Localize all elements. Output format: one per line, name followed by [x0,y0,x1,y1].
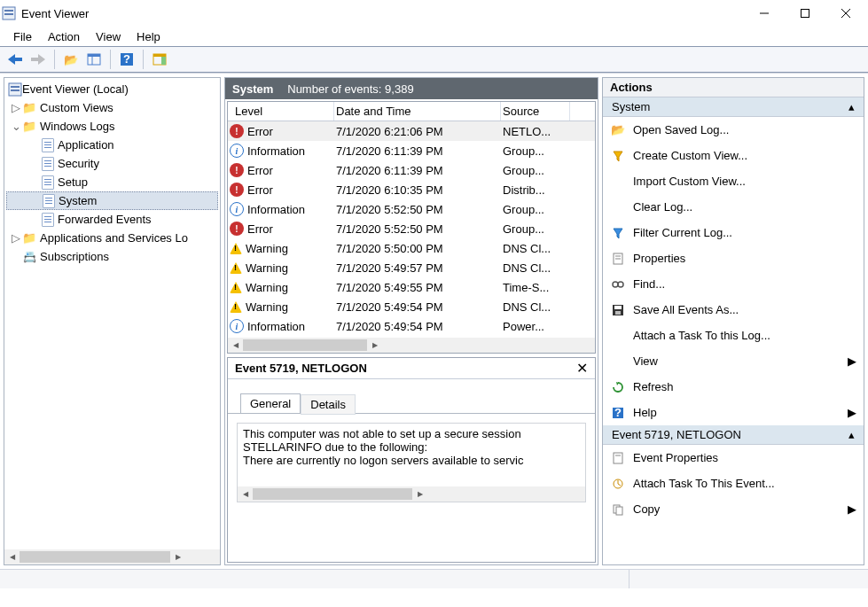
help-icon[interactable]: ? [116,49,137,70]
save-icon [610,304,626,316]
action-create-custom-view[interactable]: Create Custom View... [603,143,864,168]
tree-apps-services-label: Applications and Services Lo [40,231,188,245]
find-icon [610,278,626,291]
tab-general[interactable]: General [240,393,301,414]
event-viewer-icon [8,82,22,97]
close-button[interactable] [825,0,866,27]
event-datetime: 7/1/2020 5:49:54 PM [334,320,501,333]
expand-icon[interactable]: ▷ [10,102,22,114]
tree-application[interactable]: Application [6,136,218,154]
properties-icon [610,253,626,265]
error-icon: ! [230,163,244,177]
event-row[interactable]: !Error7/1/2020 6:10:35 PMDistrib... [228,180,595,199]
collapse-icon[interactable]: ▴ [848,100,855,113]
event-row[interactable]: !Error7/1/2020 6:11:39 PMGroup... [228,160,595,180]
grid-hscrollbar[interactable] [228,338,595,353]
warning-icon [230,282,242,293]
actions-section-system[interactable]: System ▴ [603,97,864,117]
action-pane-icon[interactable] [149,49,170,70]
log-icon [42,213,54,227]
tree-windows-logs[interactable]: ⌄ Windows Logs [6,117,218,136]
warning-icon [230,243,242,254]
menu-view[interactable]: View [90,30,127,43]
menu-help[interactable]: Help [130,30,167,43]
folder-icon [22,101,36,115]
event-row[interactable]: Warning7/1/2020 5:49:57 PMDNS Cl... [228,258,595,277]
detail-title: Event 5719, NETLOGON [235,362,367,375]
view-mode-icon[interactable] [83,49,105,70]
action-properties[interactable]: Properties [603,245,864,271]
col-source[interactable]: Source [501,102,570,121]
action-help[interactable]: ?Help▶ [603,400,864,425]
action-label: Save All Events As... [633,303,739,316]
tree-security[interactable]: Security [6,154,218,173]
tree-setup-label: Setup [58,175,88,189]
tree-subscriptions[interactable]: Subscriptions [6,247,218,266]
col-datetime[interactable]: Date and Time [334,102,501,121]
action-import-custom-view[interactable]: Import Custom View... [603,168,864,194]
action-refresh[interactable]: Refresh [603,374,864,400]
action-label: Clear Log... [633,200,692,214]
action-attach-task-event[interactable]: Attach Task To This Event... [603,471,864,496]
detail-hscrollbar[interactable] [238,486,585,502]
action-open-saved-log[interactable]: 📂Open Saved Log... [603,117,864,143]
event-row[interactable]: !Error7/1/2020 5:52:50 PMGroup... [228,219,595,238]
svg-point-24 [618,282,623,287]
close-detail-button[interactable]: ✕ [576,360,588,377]
expand-icon[interactable]: ▷ [10,232,22,245]
tree-apps-services[interactable]: ▷ Applications and Services Lo [6,229,218,247]
log-icon [42,175,54,190]
event-source: Time-S... [501,281,570,294]
minimize-button[interactable] [744,0,785,27]
tree-system[interactable]: System [6,191,218,210]
action-filter-current-log[interactable]: Filter Current Log... [603,220,864,245]
back-button[interactable] [4,49,26,70]
event-datetime: 7/1/2020 5:52:50 PM [334,203,501,216]
forward-button[interactable] [27,49,49,70]
tab-details[interactable]: Details [301,394,356,415]
menu-file[interactable]: File [7,30,38,43]
collapse-icon[interactable]: ▴ [848,428,855,441]
event-row[interactable]: iInformation7/1/2020 6:11:39 PMGroup... [228,141,595,160]
action-attach-task-log[interactable]: Attach a Task To this Log... [603,323,864,348]
event-row[interactable]: Warning7/1/2020 5:50:00 PMDNS Cl... [228,238,595,258]
tree-root[interactable]: Event Viewer (Local) [6,80,218,98]
maximize-button[interactable] [785,0,825,27]
action-label: Filter Current Log... [633,226,732,239]
menu-action[interactable]: Action [42,30,86,43]
open-folder-icon[interactable]: 📂 [60,49,82,70]
grid-body[interactable]: !Error7/1/2020 6:21:06 PMNETLO...iInform… [228,121,595,338]
tree-forwarded-events[interactable]: Forwarded Events [6,210,218,229]
tab-body: This computer was not able to set up a s… [228,413,595,562]
subscriptions-icon [22,250,36,264]
svg-rect-15 [153,54,166,57]
log-icon [42,138,54,152]
action-save-all-events[interactable]: Save All Events As... [603,297,864,323]
tree: Event Viewer (Local) ▷ Custom Views ⌄ Wi… [4,78,220,549]
tree-setup[interactable]: Setup [6,173,218,191]
event-row[interactable]: !Error7/1/2020 6:21:06 PMNETLO... [228,121,595,141]
svg-rect-31 [614,453,622,463]
event-grid: Level Date and Time Source !Error7/1/202… [227,101,596,354]
folder-icon [22,120,36,134]
action-find[interactable]: Find... [603,271,864,297]
action-view[interactable]: View▶ [603,348,864,374]
event-row[interactable]: iInformation7/1/2020 5:52:50 PMGroup... [228,199,595,219]
app-icon [2,6,16,20]
event-row[interactable]: iInformation7/1/2020 5:49:54 PMPower... [228,316,595,336]
center-pane: System Number of events: 9,389 Level Dat… [224,77,598,565]
toolbar-divider [110,50,111,69]
event-row[interactable]: Warning7/1/2020 5:49:55 PMTime-S... [228,277,595,297]
warning-icon [230,301,242,313]
event-datetime: 7/1/2020 5:49:57 PM [334,261,501,275]
tree-custom-views[interactable]: ▷ Custom Views [6,98,218,117]
action-clear-log[interactable]: Clear Log... [603,194,864,220]
actions-section-event[interactable]: Event 5719, NETLOGON ▴ [603,425,864,445]
tree-hscrollbar[interactable] [4,549,220,564]
action-copy[interactable]: Copy▶ [603,496,864,522]
col-level[interactable]: Level [228,102,334,121]
collapse-icon[interactable]: ⌄ [10,121,22,133]
event-source: NETLO... [501,125,570,138]
event-row[interactable]: Warning7/1/2020 5:49:54 PMDNS Cl... [228,297,595,316]
action-event-properties[interactable]: Event Properties [603,445,864,471]
